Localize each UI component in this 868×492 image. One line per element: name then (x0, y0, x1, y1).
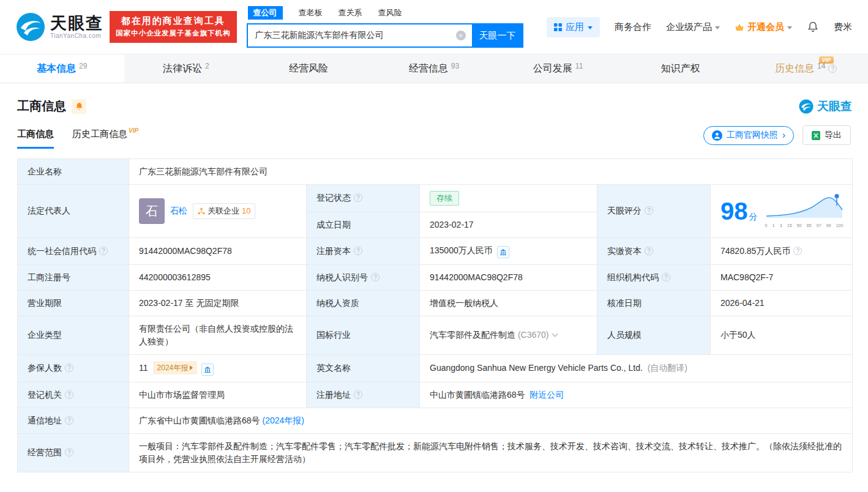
search-button[interactable]: 天眼一下 (472, 23, 523, 48)
official-snapshot-button[interactable]: 工商官网快照 › (703, 126, 794, 145)
label-paid-capital: 实缴资本? (597, 237, 711, 264)
establish-date-value: 2023-02-17 (420, 212, 597, 237)
staff-size-value: 小于50人 (711, 316, 853, 354)
label-english-name: 英文名称 (307, 354, 420, 382)
legal-rep-avatar[interactable]: 石 (139, 198, 165, 224)
help-icon[interactable]: ? (354, 247, 362, 255)
help-icon[interactable]: ? (65, 390, 73, 399)
reg-number-value: 442000003612895 (129, 264, 307, 290)
slogan-banner: 都在用的商业查询工具 国家中小企业发展子基金旗下机构 (110, 11, 237, 43)
logo-title: 天眼查 (50, 15, 103, 32)
subtab-business-info[interactable]: 工商信息 (17, 129, 54, 149)
taxpayer-id-value: 91442000MAC98Q2F78 (420, 264, 597, 290)
tianyancha-score-cell[interactable]: 98分 0131550859799100 (711, 185, 853, 238)
nav-cooperation[interactable]: 商务合作 (615, 21, 651, 33)
label-staff-size: 人员规模 (597, 316, 711, 354)
table-row: 企业类型 有限责任公司（非自然人投资或控股的法人独资） 国标行业 汽车零部件及配… (18, 316, 853, 354)
annual-report-badge[interactable]: 2024年报 (153, 361, 198, 375)
label-taxpayer-id: 纳税人识别号? (307, 264, 420, 290)
tab-operation-risk[interactable]: 经营风险 (248, 54, 372, 83)
search-input[interactable] (247, 23, 472, 48)
label-tianyancha-score: 天眼评分? (597, 185, 711, 238)
label-reg-capital: 注册资本? (307, 237, 420, 264)
help-icon[interactable]: ? (828, 64, 837, 73)
tianyancha-logo[interactable]: 天眼查 TianYanCha.com (16, 12, 103, 42)
help-icon[interactable]: ? (645, 247, 653, 255)
search-tab-boss[interactable]: 查老板 (299, 7, 323, 18)
annual-report-link[interactable]: (2024年报) (262, 416, 304, 425)
clear-search-icon[interactable]: × (456, 31, 466, 40)
label-reg-status: 登记状态? (307, 185, 420, 212)
grid-icon (554, 23, 562, 31)
subtab-history-business-info[interactable]: 历史工商信息VIP (72, 129, 138, 149)
table-row: 工商注册号 442000003612895 纳税人识别号? 91442000MA… (18, 264, 853, 290)
capital-detail-icon[interactable] (201, 363, 214, 376)
table-row: 通信地址? 广东省中山市黄圃镇临港路68号 (2024年报) (18, 408, 853, 433)
table-row: 统一社会信用代码? 91442000MAC98Q2F78 注册资本? 13500… (18, 237, 853, 264)
help-icon[interactable]: ? (645, 206, 653, 215)
tab-business-info[interactable]: 经营信息93 (372, 54, 496, 83)
label-legal-rep: 法定代表人 (18, 185, 129, 238)
table-row: 企业名称 广东三花新能源汽车部件有限公司 (18, 159, 853, 185)
score-value: 98 (720, 198, 748, 225)
tab-legal-lawsuits[interactable]: 法律诉讼2 (124, 54, 249, 83)
tab-intellectual-property[interactable]: 知识产权 (620, 54, 744, 83)
english-name-value: Guangdong Sanhua New Energy Vehicle Part… (420, 354, 853, 382)
help-icon[interactable]: ? (354, 390, 362, 399)
search-tab-company[interactable]: 查公司 (248, 6, 283, 20)
help-icon[interactable]: ? (65, 416, 73, 425)
related-companies-badge[interactable]: 关联企业 10 (193, 203, 255, 219)
vip-badge: VIP (129, 127, 138, 134)
label-reg-number: 工商注册号 (18, 264, 129, 290)
company-detail-tabs: 基本信息29 法律诉讼2 经营风险 经营信息93 公司发展11 知识产权 VIP… (0, 54, 868, 83)
tianyancha-logo-icon (16, 12, 45, 42)
search-tab-risk[interactable]: 查风险 (378, 7, 402, 18)
person-circle-icon (712, 130, 722, 141)
business-scope-value: 一般项目：汽车零部件及配件制造；汽车零配件零售；汽车零配件批发；新能源汽车电附件… (129, 433, 853, 472)
label-business-term: 营业期限 (18, 290, 129, 316)
help-icon[interactable]: ? (65, 363, 73, 372)
apps-menu-button[interactable]: 应用 (547, 17, 600, 37)
score-unit: 分 (749, 212, 758, 222)
reg-address-value: 中山市黄圃镇临港路68号 附近公司 (420, 382, 853, 408)
search-tab-relation[interactable]: 查关系 (339, 7, 362, 18)
help-icon[interactable]: ? (354, 193, 362, 202)
chevron-down-icon (715, 26, 720, 29)
subscribe-bell-icon[interactable] (72, 99, 86, 114)
slogan-line2: 国家中小企业发展子基金旗下机构 (116, 29, 231, 38)
company-type-value: 有限责任公司（非自然人投资或控股的法人独资） (129, 316, 307, 354)
reg-capital-value: 135000万人民币 (420, 237, 597, 264)
nav-enterprise-products[interactable]: 企业级产品 (666, 21, 720, 33)
legal-rep-name-link[interactable]: 石松 (170, 204, 187, 217)
export-button[interactable]: 导出 (803, 125, 851, 145)
reg-authority-value: 中山市市场监督管理局 (129, 382, 307, 408)
reg-status-value: 存续 (420, 185, 597, 212)
nearby-companies-link[interactable]: 附近公司 (529, 390, 564, 400)
tab-history-info[interactable]: VIP 历史信息14 ? (744, 54, 868, 83)
notification-bell-button[interactable] (807, 21, 819, 33)
approval-date-value: 2026-04-21 (711, 290, 853, 316)
arrow-right-icon: › (782, 130, 785, 140)
help-icon[interactable]: ? (662, 273, 670, 281)
tab-company-development[interactable]: 公司发展11 (496, 54, 620, 83)
user-menu[interactable]: 费米 (834, 21, 852, 33)
capital-detail-icon[interactable] (497, 246, 509, 258)
help-icon[interactable]: ? (65, 448, 73, 457)
header: 天眼查 TianYanCha.com 都在用的商业查询工具 国家中小企业发展子基… (0, 0, 868, 54)
logo-subtitle: TianYanCha.com (50, 32, 103, 39)
help-icon[interactable]: ? (371, 273, 380, 281)
help-icon[interactable]: ? (99, 247, 108, 255)
label-org-code: 组织机构代码? (597, 264, 711, 290)
taxpayer-quality-value: 增值税一般纳税人 (420, 290, 597, 316)
help-icon[interactable]: ? (793, 247, 802, 255)
credit-code-value: 91442000MAC98Q2F78 (129, 237, 307, 264)
section-header: 工商信息 天眼查 (17, 98, 852, 114)
table-row: 营业期限 2023-02-17 至 无固定期限 纳税人资质 增值税一般纳税人 核… (18, 290, 853, 316)
chevron-down-icon[interactable] (552, 331, 558, 337)
tab-basic-info[interactable]: 基本信息29 (0, 54, 124, 83)
chevron-down-icon (787, 26, 792, 29)
insured-count-value: 112024年报 (129, 354, 307, 382)
nav-open-vip[interactable]: 开通会员 (735, 21, 792, 33)
label-credit-code: 统一社会信用代码? (18, 237, 129, 264)
label-business-scope: 经营范围? (18, 433, 129, 472)
